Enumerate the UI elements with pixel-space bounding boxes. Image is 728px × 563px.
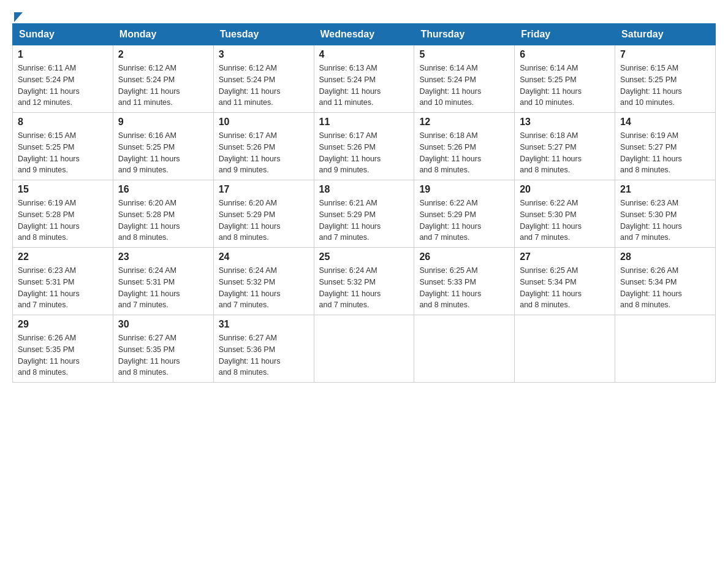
day-cell: 5 Sunrise: 6:14 AM Sunset: 5:24 PM Dayli…	[414, 45, 515, 113]
day-number: 26	[419, 251, 509, 262]
day-cell: 26 Sunrise: 6:25 AM Sunset: 5:33 PM Dayl…	[414, 248, 515, 315]
day-cell	[615, 315, 716, 383]
day-cell: 18 Sunrise: 6:21 AM Sunset: 5:29 PM Dayl…	[314, 180, 414, 248]
day-header-monday: Monday	[113, 24, 213, 45]
day-number: 10	[219, 117, 309, 128]
day-info: Sunrise: 6:18 AM Sunset: 5:27 PM Dayligh…	[520, 130, 610, 176]
day-number: 23	[118, 251, 208, 262]
day-cell: 20 Sunrise: 6:22 AM Sunset: 5:30 PM Dayl…	[515, 180, 615, 248]
day-cell: 24 Sunrise: 6:24 AM Sunset: 5:32 PM Dayl…	[213, 248, 314, 315]
day-cell: 23 Sunrise: 6:24 AM Sunset: 5:31 PM Dayl…	[113, 248, 213, 315]
day-cell: 21 Sunrise: 6:23 AM Sunset: 5:30 PM Dayl…	[615, 180, 716, 248]
day-cell: 13 Sunrise: 6:18 AM Sunset: 5:27 PM Dayl…	[515, 113, 615, 180]
day-cell: 19 Sunrise: 6:22 AM Sunset: 5:29 PM Dayl…	[414, 180, 515, 248]
day-number: 18	[319, 184, 409, 195]
day-number: 12	[419, 117, 509, 128]
week-row-1: 1 Sunrise: 6:11 AM Sunset: 5:24 PM Dayli…	[13, 45, 716, 113]
logo-triangle-icon	[14, 12, 23, 22]
day-cell: 6 Sunrise: 6:14 AM Sunset: 5:25 PM Dayli…	[515, 45, 615, 113]
calendar-table: SundayMondayTuesdayWednesdayThursdayFrid…	[12, 23, 716, 383]
day-cell	[314, 315, 414, 383]
day-info: Sunrise: 6:23 AM Sunset: 5:31 PM Dayligh…	[18, 265, 108, 311]
day-info: Sunrise: 6:22 AM Sunset: 5:29 PM Dayligh…	[419, 197, 509, 243]
day-number: 5	[419, 49, 509, 60]
day-info: Sunrise: 6:20 AM Sunset: 5:29 PM Dayligh…	[219, 197, 309, 243]
week-row-5: 29 Sunrise: 6:26 AM Sunset: 5:35 PM Dayl…	[13, 315, 716, 383]
day-header-friday: Friday	[515, 24, 615, 45]
day-info: Sunrise: 6:23 AM Sunset: 5:30 PM Dayligh…	[620, 197, 710, 243]
week-row-4: 22 Sunrise: 6:23 AM Sunset: 5:31 PM Dayl…	[13, 248, 716, 315]
day-cell: 3 Sunrise: 6:12 AM Sunset: 5:24 PM Dayli…	[213, 45, 314, 113]
day-cell: 12 Sunrise: 6:18 AM Sunset: 5:26 PM Dayl…	[414, 113, 515, 180]
day-number: 22	[18, 251, 108, 262]
day-cell: 1 Sunrise: 6:11 AM Sunset: 5:24 PM Dayli…	[13, 45, 113, 113]
day-number: 11	[319, 117, 409, 128]
day-cell: 29 Sunrise: 6:26 AM Sunset: 5:35 PM Dayl…	[13, 315, 113, 383]
day-header-wednesday: Wednesday	[314, 24, 414, 45]
day-cell: 17 Sunrise: 6:20 AM Sunset: 5:29 PM Dayl…	[213, 180, 314, 248]
day-header-saturday: Saturday	[615, 24, 716, 45]
day-info: Sunrise: 6:11 AM Sunset: 5:24 PM Dayligh…	[18, 63, 108, 109]
day-info: Sunrise: 6:24 AM Sunset: 5:32 PM Dayligh…	[219, 265, 309, 311]
day-number: 14	[620, 117, 710, 128]
day-cell	[515, 315, 615, 383]
day-info: Sunrise: 6:12 AM Sunset: 5:24 PM Dayligh…	[118, 63, 208, 109]
day-number: 8	[18, 117, 108, 128]
day-number: 13	[520, 117, 610, 128]
day-number: 16	[118, 184, 208, 195]
day-cell: 10 Sunrise: 6:17 AM Sunset: 5:26 PM Dayl…	[213, 113, 314, 180]
day-number: 27	[520, 251, 610, 262]
day-info: Sunrise: 6:26 AM Sunset: 5:34 PM Dayligh…	[620, 265, 710, 311]
day-info: Sunrise: 6:20 AM Sunset: 5:28 PM Dayligh…	[118, 197, 208, 243]
day-info: Sunrise: 6:12 AM Sunset: 5:24 PM Dayligh…	[219, 63, 309, 109]
day-header-sunday: Sunday	[13, 24, 113, 45]
day-number: 31	[219, 319, 309, 330]
day-cell: 15 Sunrise: 6:19 AM Sunset: 5:28 PM Dayl…	[13, 180, 113, 248]
day-cell	[414, 315, 515, 383]
day-number: 9	[118, 117, 208, 128]
day-number: 3	[219, 49, 309, 60]
day-cell: 11 Sunrise: 6:17 AM Sunset: 5:26 PM Dayl…	[314, 113, 414, 180]
day-info: Sunrise: 6:27 AM Sunset: 5:36 PM Dayligh…	[219, 332, 309, 378]
day-info: Sunrise: 6:19 AM Sunset: 5:27 PM Dayligh…	[620, 130, 710, 176]
day-info: Sunrise: 6:24 AM Sunset: 5:31 PM Dayligh…	[118, 265, 208, 311]
day-cell: 28 Sunrise: 6:26 AM Sunset: 5:34 PM Dayl…	[615, 248, 716, 315]
day-header-thursday: Thursday	[414, 24, 515, 45]
day-number: 30	[118, 319, 208, 330]
day-cell: 25 Sunrise: 6:24 AM Sunset: 5:32 PM Dayl…	[314, 248, 414, 315]
day-cell: 14 Sunrise: 6:19 AM Sunset: 5:27 PM Dayl…	[615, 113, 716, 180]
day-cell: 9 Sunrise: 6:16 AM Sunset: 5:25 PM Dayli…	[113, 113, 213, 180]
day-number: 20	[520, 184, 610, 195]
day-number: 24	[219, 251, 309, 262]
day-info: Sunrise: 6:26 AM Sunset: 5:35 PM Dayligh…	[18, 332, 108, 378]
day-info: Sunrise: 6:16 AM Sunset: 5:25 PM Dayligh…	[118, 130, 208, 176]
day-cell: 2 Sunrise: 6:12 AM Sunset: 5:24 PM Dayli…	[113, 45, 213, 113]
day-cell: 16 Sunrise: 6:20 AM Sunset: 5:28 PM Dayl…	[113, 180, 213, 248]
day-info: Sunrise: 6:15 AM Sunset: 5:25 PM Dayligh…	[620, 63, 710, 109]
day-info: Sunrise: 6:25 AM Sunset: 5:33 PM Dayligh…	[419, 265, 509, 311]
day-info: Sunrise: 6:14 AM Sunset: 5:24 PM Dayligh…	[419, 63, 509, 109]
logo	[12, 12, 23, 17]
day-cell: 7 Sunrise: 6:15 AM Sunset: 5:25 PM Dayli…	[615, 45, 716, 113]
day-number: 1	[18, 49, 108, 60]
day-number: 28	[620, 251, 710, 262]
day-info: Sunrise: 6:24 AM Sunset: 5:32 PM Dayligh…	[319, 265, 409, 311]
day-info: Sunrise: 6:25 AM Sunset: 5:34 PM Dayligh…	[520, 265, 610, 311]
day-info: Sunrise: 6:22 AM Sunset: 5:30 PM Dayligh…	[520, 197, 610, 243]
day-number: 7	[620, 49, 710, 60]
day-cell: 4 Sunrise: 6:13 AM Sunset: 5:24 PM Dayli…	[314, 45, 414, 113]
day-info: Sunrise: 6:21 AM Sunset: 5:29 PM Dayligh…	[319, 197, 409, 243]
day-info: Sunrise: 6:17 AM Sunset: 5:26 PM Dayligh…	[219, 130, 309, 176]
day-number: 17	[219, 184, 309, 195]
day-number: 19	[419, 184, 509, 195]
day-number: 21	[620, 184, 710, 195]
day-cell: 30 Sunrise: 6:27 AM Sunset: 5:35 PM Dayl…	[113, 315, 213, 383]
week-row-2: 8 Sunrise: 6:15 AM Sunset: 5:25 PM Dayli…	[13, 113, 716, 180]
day-number: 4	[319, 49, 409, 60]
day-info: Sunrise: 6:18 AM Sunset: 5:26 PM Dayligh…	[419, 130, 509, 176]
day-number: 29	[18, 319, 108, 330]
page-header	[12, 12, 716, 17]
day-info: Sunrise: 6:15 AM Sunset: 5:25 PM Dayligh…	[18, 130, 108, 176]
day-number: 2	[118, 49, 208, 60]
day-cell: 22 Sunrise: 6:23 AM Sunset: 5:31 PM Dayl…	[13, 248, 113, 315]
